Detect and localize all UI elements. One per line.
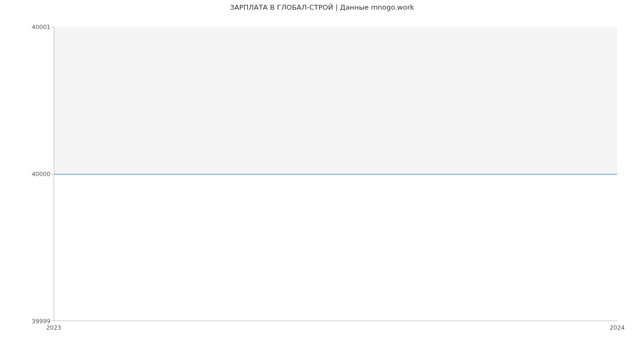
y-tick-label: 39999 [2,318,50,325]
plot-area [54,27,617,321]
salary-chart: ЗАРПЛАТА В ГЛОБАЛ-СТРОЙ | Данные mnogo.w… [0,0,644,349]
x-tick-label: 2023 [46,324,61,331]
y-tick-label: 40001 [2,24,50,31]
x-tick-label: 2024 [610,324,625,331]
plot-fill-upper [54,27,617,174]
chart-title: ЗАРПЛАТА В ГЛОБАЛ-СТРОЙ | Данные mnogo.w… [0,3,644,11]
y-tick-label: 40000 [2,171,50,178]
series-line-salary [54,174,617,174]
